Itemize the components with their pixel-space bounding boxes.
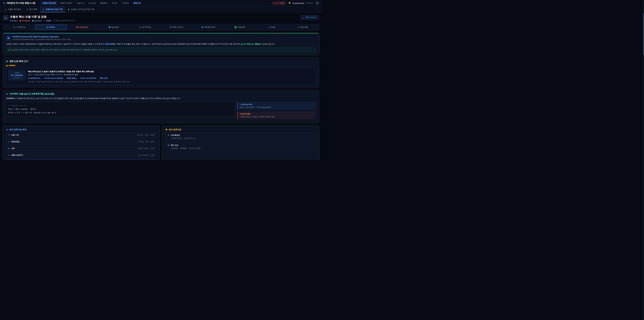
- model-badges: KOSPS POSEIDON OpenDrift 앙상블 라그랑지안 입자추적 …: [10, 20, 75, 22]
- logout-button[interactable]: 로그아웃: [306, 2, 313, 4]
- kosps-overview-card: KOSPS (Korea Oil Spill Prediction System…: [3, 33, 319, 55]
- bar-chart-icon: [6, 129, 8, 131]
- wave-icon: [8, 141, 10, 143]
- grid-icon: [168, 144, 170, 146]
- nav-item-weather-info[interactable]: 기상정보: [120, 1, 131, 5]
- books-icon: [6, 60, 8, 62]
- section-tab-kosps[interactable]: KOSPS: [35, 25, 66, 30]
- sub-navigation-tabs: 유출유 확산분석 분석 목록 유출유확산모델 이론 오일펜스 배치 알고리즘 이…: [0, 6, 322, 13]
- kosps-subtitle: 한국해양연구원(KORDI) 개발 · 전국 해역 특화 유출유 확산 예측 상…: [12, 39, 70, 41]
- patent-holder: 한국해양과학기술원: [64, 74, 78, 76]
- app-logo: 해양환경 위기대응 통합시스템: [3, 2, 35, 5]
- check-icon: [234, 26, 236, 28]
- red-dot-icon: [20, 20, 21, 22]
- charry-description: CHARRY는 조화분석에 의한 검조소 실시간 조위와 조석 수치모델링에 의…: [6, 97, 316, 100]
- tab-spill-analysis[interactable]: 유출유 확산분석: [3, 7, 24, 12]
- section-tab-particle-tracking[interactable]: 입자추적법: [130, 25, 161, 30]
- patent-tag[interactable]: Monte Carlo 입자추적: [80, 77, 96, 79]
- diamond-icon: [46, 26, 48, 28]
- charry-title-row: CHARRY 모델 (실시간 조류예측 핵심 알고리즘): [6, 93, 316, 95]
- tab-oil-fence-algorithm-theory[interactable]: 오일펜스 배치 알고리즘 이론: [66, 7, 96, 12]
- dynamic-input-row-sst[interactable]: 표층수온(SST) NOAA AVHRR · ~5.4km: [6, 153, 157, 158]
- rocket-icon: [298, 26, 299, 28]
- patent-section-title: 관련 논문·특허 근거: [10, 60, 28, 63]
- page-chart-icon: [3, 15, 8, 21]
- dynamic-input-row-current[interactable]: 해류(표층) HYCOM · ~9km · 1회/일: [6, 139, 157, 144]
- page-subtitle-note: 라그랑지안 입자추적 이론 기반: [53, 20, 75, 22]
- section-tab-poseidon[interactable]: POSEIDON: [66, 25, 98, 30]
- formula-comment: /* 변조조석 수식 */: [8, 104, 232, 107]
- patent-tags: ESI 방제정보지도 CHARRY 실시간 조류모델 취송류 경험식 Monte…: [28, 77, 314, 79]
- section-tab-model-validation[interactable]: 모델 검증: [224, 25, 256, 30]
- static-input-title-row: 정적 입력자료: [165, 128, 316, 131]
- lightning-icon: [44, 20, 45, 22]
- section-tab-environment-input[interactable]: 해양환경 입력: [192, 25, 224, 30]
- incident-status-badge[interactable]: 사고 진행중: [272, 1, 286, 5]
- incident-dot-icon: [274, 3, 275, 4]
- book-icon: [6, 65, 8, 67]
- menu-hamburger-icon[interactable]: [315, 1, 319, 5]
- kosps-reference-text: 참고문헌: 김혜진·이문진·오세웅·강준묵, "유출유 확산 예측 모델의 상시…: [12, 49, 118, 51]
- nav-item-oil-spill-prediction[interactable]: 유출유 확산예측: [40, 1, 58, 5]
- nav-item-emergency-rescue[interactable]: 긴급구난: [75, 1, 86, 5]
- kosps-diamond-icon: [6, 36, 11, 41]
- patent-evidence-card: 관련 논문·특허 근거 등록특허 등록번호 10-1567431 2015.11…: [3, 57, 319, 88]
- patent-inventors: 이문진·김혜진·이승현·전태병: [34, 74, 55, 76]
- page-title: 유출유 확산 모델 이론 및 검증: [10, 15, 75, 19]
- wing-logo-icon: [3, 2, 6, 4]
- dynamic-input-row-wind[interactable]: 바람·기온 KMA UM · ~12km · 2회/일: [6, 132, 157, 138]
- dynamic-input-card: 동적 입력자료 체계 바람·기온 KMA UM · ~12km · 2회/일 해…: [3, 126, 160, 160]
- section-tab-future-direction[interactable]: 발전 방향: [287, 25, 318, 30]
- kosps-title: KOSPS (Korea Oil Spill Prediction System…: [12, 36, 70, 38]
- notification-bell-icon[interactable]: [288, 2, 291, 4]
- section-tab-bar: 시스템 개요 KOSPS POSEIDON OpenDrift 입자추적법 풍화…: [3, 24, 319, 31]
- charry-notes: ① 진폭 동비 증가 검조소 조위 진폭 f배 → 전 격자 동일 f배 증가 …: [237, 102, 316, 121]
- patent-tag[interactable]: ESI 방제정보지도: [28, 77, 40, 79]
- top-navigation-bar: 해양환경 위기대응 통합시스템 유출유 확산예측 HNS·대기확산 긴급구난 보…: [0, 0, 322, 6]
- page-content: 유출유 확산 모델 이론 및 검증 KOSPS POSEIDON OpenDri…: [0, 13, 322, 160]
- list-icon: [26, 9, 28, 11]
- static-input-card: 정적 입력자료 수심·해안선 전자해도(ENC) → 500m 격자 보간 격자…: [162, 126, 319, 160]
- highlight-realtime-use: 실시간 예측 상시 활용: [241, 43, 259, 45]
- section-tab-system-overview[interactable]: 시스템 개요: [4, 25, 35, 30]
- registration-date: 2015.11.03: [11, 77, 23, 79]
- nav-item-reports[interactable]: 보고자료: [86, 1, 98, 5]
- map-pin-icon: [168, 134, 170, 136]
- nav-item-board[interactable]: 게시판: [110, 1, 119, 5]
- dynamic-input-row-wdc[interactable]: 취송류(풍성류) KMA 바람 → 경험식 계산: [6, 159, 157, 160]
- badge-ensemble: 앙상블: [44, 20, 51, 22]
- charry-note-amplitude: ① 진폭 동비 증가 검조소 조위 진폭 f배 → 전 격자 동일 f배 증가: [237, 102, 316, 110]
- patent-tag[interactable]: CHARRY 실시간 조류모델: [44, 77, 63, 79]
- section-tab-ensemble[interactable]: 앙상블: [256, 25, 287, 30]
- page-header: 유출유 확산 모델 이론 및 검증 KOSPS POSEIDON OpenDri…: [3, 15, 319, 22]
- section-tab-weathering[interactable]: 풍화 프로세스: [161, 25, 192, 30]
- user-name: Eunjeong Kim: [293, 2, 304, 4]
- static-input-row-grid[interactable]: 격자 구성 좌표변환 → 영역추출 → 격자보간 표준화: [165, 142, 316, 151]
- nav-item-aerial-search[interactable]: 항공탐색: [98, 1, 109, 5]
- static-input-row-bathymetry[interactable]: 수심·해안선 전자해도(ENC) → 500m 격자 보간: [165, 132, 316, 141]
- patent-meta: 발명자 : 이문진·김혜진·이승현·전태병 | 특허권자 : 한국해양과학기술원: [28, 74, 314, 76]
- tab-diffusion-model-theory[interactable]: 유출유확산모델 이론: [40, 7, 65, 12]
- section-tab-opendrift[interactable]: OpenDrift: [98, 25, 130, 30]
- patent-tag[interactable]: 풍화 5단계: [100, 77, 108, 79]
- registration-number-label: 등록번호: [11, 72, 23, 74]
- atom-icon: [6, 93, 8, 95]
- thermometer-icon: [8, 154, 10, 156]
- package-icon: [165, 129, 167, 131]
- topbar-right: 사고 진행중 Eunjeong Kim 로그아웃: [272, 1, 319, 5]
- download-icon: [303, 17, 304, 19]
- patent-registration-box: 등록번호 10-1567431 2015.11.03: [8, 70, 26, 80]
- patent-detail-box: 등록번호 10-1567431 2015.11.03 해양 유류오염사고 발생시…: [6, 68, 316, 85]
- wind-icon: [8, 134, 10, 136]
- patent-tag[interactable]: 취송류 경험식: [66, 77, 77, 79]
- nav-item-hns-air-diffusion[interactable]: HNS·대기확산: [58, 1, 74, 5]
- dynamic-input-row-tide[interactable]: 조류 KORDI 조화분석 · 500m: [6, 146, 157, 151]
- monitor-icon: [13, 26, 15, 28]
- badge-opendrift: OpenDrift: [32, 20, 42, 22]
- pdf-export-button[interactable]: PDF 내보내기: [300, 15, 319, 20]
- static-input-title: 정적 입력자료: [169, 128, 181, 131]
- nav-item-integrated-search[interactable]: 통합조회: [132, 1, 142, 5]
- modulated-tide-formula-block: /* 변조조석 수식 */ ζ(t) = A(t) cos[σt - θ(t)]…: [6, 102, 235, 116]
- open-book-icon: [8, 49, 10, 51]
- tab-analysis-list[interactable]: 분석 목록: [24, 7, 40, 12]
